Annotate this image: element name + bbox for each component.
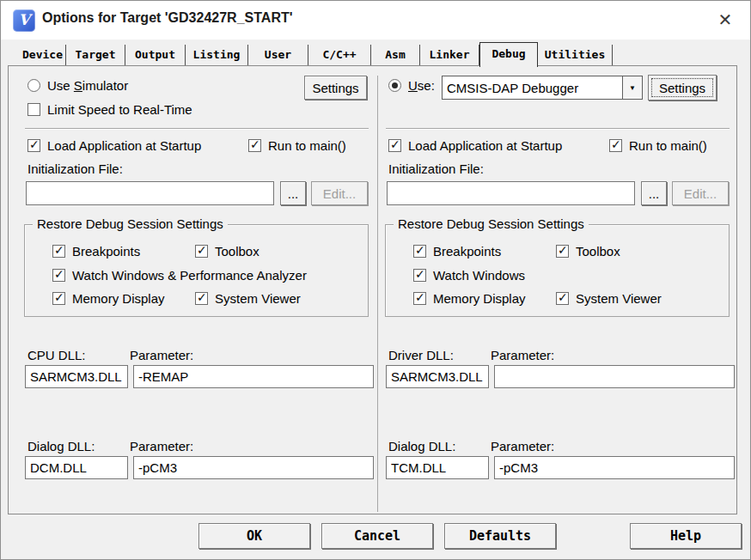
driver-dll-input[interactable] — [386, 365, 489, 388]
limit-speed-checkbox[interactable]: ✓ Limit Speed to Real-Time — [27, 102, 192, 117]
uvision-logo-icon: V — [13, 9, 35, 32]
left-param2-input[interactable] — [133, 456, 374, 479]
cpu-dll-label: CPU DLL: — [27, 348, 86, 362]
left-toolbox-checkbox[interactable]: ✓ Toolbox — [195, 244, 259, 259]
left-browse-button[interactable]: ... — [280, 181, 306, 205]
checkbox-box: ✓ — [27, 103, 40, 116]
right-system-viewer-checkbox[interactable]: ✓ System Viewer — [556, 291, 662, 306]
left-init-file-label: Initialization File: — [27, 161, 123, 176]
options-dialog: V Options for Target 'GD32427R_START' ✕ … — [0, 0, 751, 560]
use-simulator-radio[interactable]: Use Simulator — [27, 78, 128, 93]
checkbox-box: ✓ — [556, 292, 569, 305]
tab-utilities[interactable]: Utilities — [538, 45, 613, 65]
checkbox-box: ✓ — [413, 269, 426, 282]
left-system-viewer-checkbox[interactable]: ✓ System Viewer — [195, 291, 301, 306]
debug-tab-page: Use Simulator Settings ✓ Limit Speed to … — [8, 65, 737, 514]
use-simulator-label: Use Simulator — [47, 78, 128, 93]
right-browse-button[interactable]: ... — [641, 181, 667, 205]
debugger-settings-button[interactable]: Settings — [648, 75, 717, 100]
use-label: Use: — [408, 78, 435, 93]
checkbox-box: ✓ — [609, 139, 622, 152]
debugger-select[interactable]: CMSIS-DAP Debugger ▼ — [442, 76, 643, 100]
left-param1-label: Parameter: — [130, 348, 193, 362]
left-separator — [25, 128, 369, 129]
tab-target[interactable]: Target — [66, 45, 125, 65]
tab-debug[interactable]: Debug — [479, 42, 538, 67]
right-breakpoints-checkbox[interactable]: ✓ Breakpoints — [413, 244, 501, 259]
left-dialog-dll-label: Dialog DLL: — [27, 439, 95, 453]
help-button[interactable]: Help — [630, 523, 742, 549]
radio-circle — [388, 79, 401, 92]
checkbox-box: ✓ — [413, 292, 426, 305]
right-separator — [386, 128, 730, 129]
chevron-down-icon[interactable]: ▼ — [622, 76, 642, 99]
right-param1-label: Parameter: — [491, 348, 554, 362]
right-init-file-input[interactable] — [387, 181, 635, 205]
close-icon[interactable]: ✕ — [712, 8, 738, 32]
defaults-button[interactable]: Defaults — [444, 523, 556, 549]
left-dialog-dll-input[interactable] — [25, 456, 128, 479]
right-param1-input[interactable] — [494, 365, 735, 388]
driver-dll-label: Driver DLL: — [388, 348, 454, 362]
right-restore-group: Restore Debug Session Settings ✓ Breakpo… — [385, 224, 730, 317]
tab-asm[interactable]: Asm — [371, 45, 420, 65]
checkbox-box: ✓ — [248, 139, 261, 152]
checkbox-box: ✓ — [195, 292, 208, 305]
title-bar: V Options for Target 'GD32427R_START' ✕ — [1, 1, 750, 40]
checkbox-box: ✓ — [413, 245, 426, 258]
checkbox-box: ✓ — [388, 139, 401, 152]
right-edit-button[interactable]: Edit... — [672, 181, 729, 205]
left-restore-group: Restore Debug Session Settings ✓ Breakpo… — [24, 224, 369, 317]
ok-button[interactable]: OK — [198, 523, 310, 549]
left-run-to-main-checkbox[interactable]: ✓ Run to main() — [248, 138, 346, 153]
right-toolbox-checkbox[interactable]: ✓ Toolbox — [556, 244, 620, 259]
tab-linker[interactable]: Linker — [420, 45, 479, 65]
left-param1-input[interactable] — [133, 365, 374, 388]
left-edit-button[interactable]: Edit... — [311, 181, 368, 205]
tab-listing[interactable]: Listing — [186, 45, 248, 65]
checkbox-box: ✓ — [195, 245, 208, 258]
radio-circle — [27, 79, 40, 92]
tab-output[interactable]: Output — [125, 45, 186, 65]
checkbox-box: ✓ — [556, 245, 569, 258]
right-watch-checkbox[interactable]: ✓ Watch Windows — [413, 268, 525, 283]
right-load-app-checkbox[interactable]: ✓ Load Application at Startup — [388, 138, 562, 153]
tab-device[interactable]: Device — [20, 45, 66, 65]
use-debugger-radio[interactable]: Use: — [388, 78, 435, 93]
right-init-file-label: Initialization File: — [388, 161, 484, 176]
panel-divider — [377, 76, 378, 512]
dialog-title: Options for Target 'GD32427R_START' — [42, 10, 293, 26]
left-param2-label: Parameter: — [130, 439, 193, 453]
left-watch-checkbox[interactable]: ✓ Watch Windows & Performance Analyzer — [52, 268, 307, 283]
right-param2-input[interactable] — [494, 456, 735, 479]
left-memory-checkbox[interactable]: ✓ Memory Display — [52, 291, 165, 306]
left-init-file-input[interactable] — [26, 181, 274, 205]
left-breakpoints-checkbox[interactable]: ✓ Breakpoints — [52, 244, 140, 259]
tab-ccpp[interactable]: C/C++ — [308, 45, 371, 65]
checkbox-box: ✓ — [52, 269, 65, 282]
checkbox-box: ✓ — [52, 245, 65, 258]
left-load-app-checkbox[interactable]: ✓ Load Application at Startup — [27, 138, 201, 153]
simulator-settings-button[interactable]: Settings — [304, 76, 367, 100]
right-param2-label: Parameter: — [491, 439, 554, 453]
checkbox-box: ✓ — [27, 139, 40, 152]
right-run-to-main-checkbox[interactable]: ✓ Run to main() — [609, 138, 707, 153]
cpu-dll-input[interactable] — [25, 365, 128, 388]
tab-user[interactable]: User — [248, 45, 308, 65]
right-dialog-dll-label: Dialog DLL: — [388, 439, 455, 453]
right-dialog-dll-input[interactable] — [386, 456, 489, 479]
right-memory-checkbox[interactable]: ✓ Memory Display — [413, 291, 526, 306]
checkbox-box: ✓ — [52, 292, 65, 305]
cancel-button[interactable]: Cancel — [321, 523, 433, 549]
